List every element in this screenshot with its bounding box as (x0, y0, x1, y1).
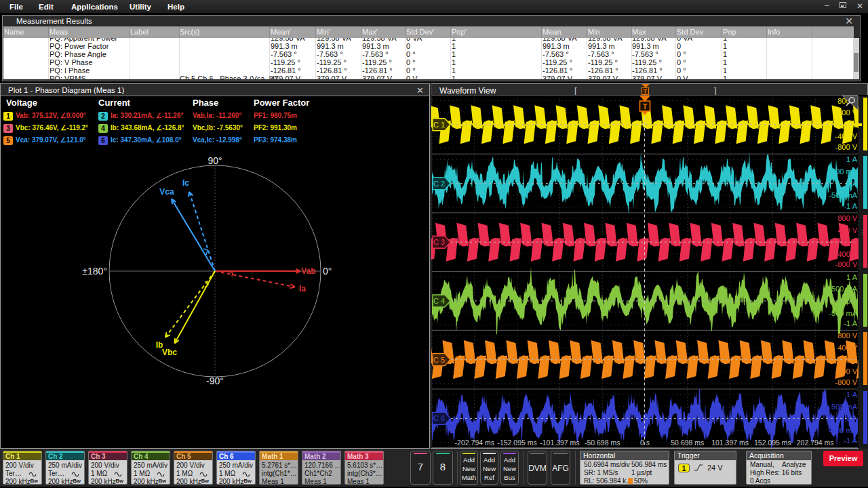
svg-text:400 V: 400 V (837, 226, 857, 235)
svg-text:0 A: 0 A (846, 180, 858, 188)
svg-text:-800 V: -800 V (835, 143, 858, 151)
svg-text:-400 V: -400 V (835, 132, 858, 140)
svg-text:500 mA: 500 mA (831, 403, 858, 411)
svg-text:152.095 ms: 152.095 ms (754, 439, 791, 447)
svg-text:-50.698 ms: -50.698 ms (585, 439, 620, 447)
svg-text:C 5: C 5 (433, 356, 445, 364)
svg-text:-1 A: -1 A (844, 319, 857, 327)
svg-text:C 2: C 2 (433, 180, 445, 188)
svg-text:500 mA: 500 mA (831, 167, 858, 176)
svg-text:T: T (643, 102, 648, 110)
svg-text:0 s: 0 s (640, 439, 650, 447)
svg-text:800 V: 800 V (837, 331, 857, 340)
svg-text:500 mA: 500 mA (831, 285, 858, 293)
svg-text:Ic: Ic (182, 178, 189, 188)
svg-text:400 V: 400 V (837, 344, 857, 352)
svg-text:-1 A: -1 A (844, 436, 857, 445)
svg-text:Ia: Ia (299, 284, 306, 293)
svg-text:90°: 90° (208, 155, 222, 166)
svg-text:0 V: 0 V (846, 356, 857, 364)
svg-text:C 1: C 1 (433, 121, 445, 129)
svg-text:Vca: Vca (159, 187, 174, 197)
svg-text:0 A: 0 A (846, 297, 858, 305)
svg-text:1 A: 1 A (846, 273, 858, 281)
svg-text:-800 V: -800 V (835, 378, 858, 386)
svg-text:-400 V: -400 V (835, 250, 858, 258)
svg-text:-90°: -90° (206, 375, 224, 386)
svg-text:-500 mA: -500 mA (829, 309, 857, 317)
svg-text:0 V: 0 V (846, 238, 857, 246)
svg-text:Vbc: Vbc (162, 348, 177, 357)
svg-text:0°: 0° (323, 266, 332, 277)
svg-text:-101.397 ms: -101.397 ms (540, 439, 579, 447)
svg-text:±180°: ±180° (82, 266, 107, 277)
svg-text:C 3: C 3 (433, 238, 445, 246)
svg-text:C 6: C 6 (433, 414, 445, 422)
svg-text:Ib: Ib (156, 340, 163, 350)
svg-text:-500 mA: -500 mA (829, 191, 857, 199)
svg-text:800 V: 800 V (837, 214, 857, 222)
svg-text:-152.095 ms: -152.095 ms (497, 439, 536, 447)
svg-text:-800 V: -800 V (835, 260, 858, 268)
svg-text:202.794 ms: 202.794 ms (797, 439, 834, 447)
svg-text:400 V: 400 V (837, 108, 857, 117)
svg-text:101.397 ms: 101.397 ms (711, 439, 749, 447)
svg-text:-400 V: -400 V (835, 367, 858, 375)
svg-text:0 A: 0 A (846, 414, 858, 422)
svg-text:50.698 ms: 50.698 ms (671, 439, 704, 447)
svg-text:-1 A: -1 A (844, 202, 857, 210)
svg-text:1 A: 1 A (846, 390, 858, 399)
svg-text:C 4: C 4 (433, 297, 445, 305)
svg-text:1 A: 1 A (846, 155, 858, 163)
svg-text:-500 mA: -500 mA (829, 426, 857, 434)
svg-text:-202.794 ms: -202.794 ms (455, 439, 494, 447)
svg-text:Vab: Vab (301, 266, 315, 276)
